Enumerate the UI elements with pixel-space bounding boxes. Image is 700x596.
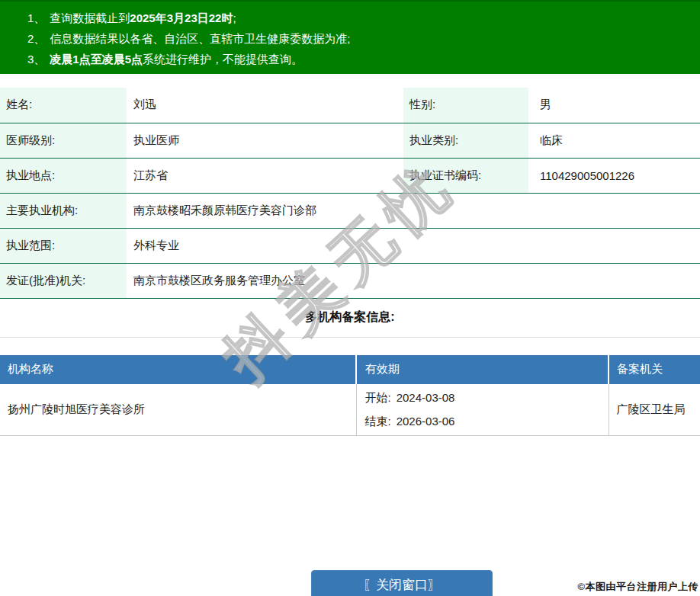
notice-line-3: 3、凌晨1点至凌晨5点系统进行维护，不能提供查询。 bbox=[27, 49, 692, 69]
table-row: 姓名: 刘迅 性别: 男 bbox=[0, 88, 700, 123]
notice-number: 2、 bbox=[27, 32, 45, 45]
name-value: 刘迅 bbox=[127, 88, 403, 123]
filing-authority-value: 广陵区卫生局 bbox=[608, 384, 700, 436]
org-value: 南京鼓楼昭禾颜原韩医疗美容门诊部 bbox=[127, 193, 700, 228]
level-label: 医师级别: bbox=[0, 123, 127, 158]
gender-value: 男 bbox=[528, 88, 700, 123]
table-row: 主要执业机构: 南京鼓楼昭禾颜原韩医疗美容门诊部 bbox=[0, 193, 700, 228]
filing-table: 机构名称 有效期 备案机关 扬州广陵时旭医疗美容诊所 开始:2024-03-08… bbox=[0, 355, 700, 437]
start-label: 开始: bbox=[365, 391, 391, 404]
notice-text: 信息数据结果以各省、自治区、直辖市卫生健康委数据为准; bbox=[50, 32, 350, 45]
cert-label: 执业证书编码: bbox=[403, 158, 528, 193]
level-value: 执业医师 bbox=[127, 123, 403, 158]
authority-label: 发证(批准)机关: bbox=[0, 263, 127, 298]
table-row: 发证(批准)机关: 南京市鼓楼区政务服务管理办公室 bbox=[0, 263, 700, 298]
validity-end: 结束:2026-03-06 bbox=[365, 409, 608, 433]
scope-value: 外科专业 bbox=[127, 228, 700, 263]
table-row: 医师级别: 执业医师 执业类别: 临床 bbox=[0, 123, 700, 158]
notice-text: 系统进行维护，不能提供查询。 bbox=[143, 53, 303, 66]
name-label: 姓名: bbox=[0, 88, 127, 123]
filing-org-value: 扬州广陵时旭医疗美容诊所 bbox=[0, 384, 356, 436]
divider bbox=[0, 337, 700, 338]
notice-number: 3、 bbox=[27, 53, 45, 66]
cert-value: 110429005001226 bbox=[528, 158, 700, 193]
filing-validity-cell: 开始:2024-03-08 结束:2026-03-06 bbox=[356, 384, 608, 436]
start-date: 2024-03-08 bbox=[397, 391, 455, 404]
location-label: 执业地点: bbox=[0, 158, 127, 193]
table-row: 扬州广陵时旭医疗美容诊所 开始:2024-03-08 结束:2026-03-06… bbox=[0, 384, 700, 436]
notice-text: ; bbox=[233, 11, 236, 24]
notice-line-2: 2、信息数据结果以各省、自治区、直辖市卫生健康委数据为准; bbox=[27, 28, 692, 49]
validity-start: 开始:2024-03-08 bbox=[365, 386, 608, 409]
column-header-validity: 有效期 bbox=[356, 355, 608, 384]
scope-label: 执业范围: bbox=[0, 228, 127, 263]
table-row: 执业范围: 外科专业 bbox=[0, 228, 700, 263]
doctor-info-table: 姓名: 刘迅 性别: 男 医师级别: 执业医师 执业类别: 临床 执业地点: 江… bbox=[0, 88, 700, 299]
notice-number: 1、 bbox=[27, 11, 45, 24]
notice-banner: 1、查询数据截止到2025年3月23日22时; 2、信息数据结果以各省、自治区、… bbox=[0, 0, 700, 74]
org-label: 主要执业机构: bbox=[0, 193, 127, 228]
notice-text-bold: 凌晨1点至凌晨5点 bbox=[50, 53, 143, 66]
close-window-button[interactable]: 〖关闭窗口〗 bbox=[311, 570, 493, 596]
notice-text: 查询数据截止到 bbox=[50, 11, 130, 24]
column-header-org: 机构名称 bbox=[0, 355, 356, 384]
authority-value: 南京市鼓楼区政务服务管理办公室 bbox=[127, 263, 700, 298]
column-header-authority: 备案机关 bbox=[608, 355, 700, 384]
table-row: 执业地点: 江苏省 执业证书编码: 110429005001226 bbox=[0, 158, 700, 193]
end-date: 2026-03-06 bbox=[397, 415, 455, 428]
attribution-text: ©本图由平台注册用户上传 bbox=[577, 580, 698, 594]
filing-section-heading: 多机构备案信息: bbox=[0, 309, 700, 325]
notice-text-bold: 2025年3月23日22时 bbox=[130, 11, 233, 24]
category-label: 执业类别: bbox=[403, 123, 528, 158]
notice-line-1: 1、查询数据截止到2025年3月23日22时; bbox=[27, 8, 692, 28]
filing-header-row: 机构名称 有效期 备案机关 bbox=[0, 355, 700, 384]
end-label: 结束: bbox=[365, 415, 391, 428]
location-value: 江苏省 bbox=[127, 158, 403, 193]
gender-label: 性别: bbox=[403, 88, 528, 123]
category-value: 临床 bbox=[528, 123, 700, 158]
